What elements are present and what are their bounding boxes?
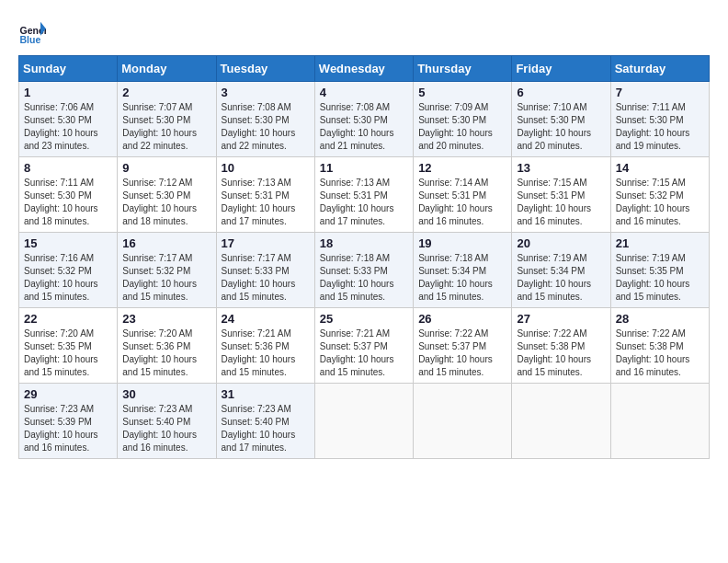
calendar-cell: 9Sunrise: 7:12 AM Sunset: 5:30 PM Daylig… — [118, 157, 216, 233]
calendar-cell: 4Sunrise: 7:08 AM Sunset: 5:30 PM Daylig… — [314, 82, 413, 157]
day-detail: Sunrise: 7:06 AM Sunset: 5:30 PM Dayligh… — [24, 101, 112, 153]
day-number: 10 — [222, 161, 310, 175]
day-number: 3 — [222, 86, 310, 99]
day-number: 29 — [24, 387, 112, 401]
calendar-cell: 15Sunrise: 7:16 AM Sunset: 5:32 PM Dayli… — [19, 233, 118, 308]
calendar-cell: 21Sunrise: 7:19 AM Sunset: 5:35 PM Dayli… — [610, 233, 709, 308]
day-number: 31 — [222, 387, 310, 401]
day-number: 4 — [320, 86, 408, 99]
day-number: 8 — [24, 161, 112, 175]
day-number: 13 — [517, 161, 605, 175]
day-detail: Sunrise: 7:18 AM Sunset: 5:34 PM Dayligh… — [418, 252, 506, 304]
calendar-cell: 23Sunrise: 7:20 AM Sunset: 5:36 PM Dayli… — [118, 308, 216, 384]
day-number: 26 — [418, 312, 506, 326]
day-detail: Sunrise: 7:08 AM Sunset: 5:30 PM Dayligh… — [222, 101, 310, 153]
week-row-4: 22Sunrise: 7:20 AM Sunset: 5:35 PM Dayli… — [19, 308, 710, 384]
calendar-cell: 5Sunrise: 7:09 AM Sunset: 5:30 PM Daylig… — [414, 82, 512, 157]
day-detail: Sunrise: 7:19 AM Sunset: 5:35 PM Dayligh… — [616, 252, 704, 304]
header-monday: Monday — [118, 56, 216, 82]
day-number: 6 — [517, 86, 605, 99]
day-number: 27 — [517, 312, 605, 326]
week-row-5: 29Sunrise: 7:23 AM Sunset: 5:39 PM Dayli… — [19, 384, 710, 459]
day-detail: Sunrise: 7:23 AM Sunset: 5:40 PM Dayligh… — [222, 403, 310, 454]
calendar-cell: 29Sunrise: 7:23 AM Sunset: 5:39 PM Dayli… — [19, 384, 118, 459]
day-detail: Sunrise: 7:20 AM Sunset: 5:36 PM Dayligh… — [122, 327, 210, 379]
day-detail: Sunrise: 7:23 AM Sunset: 5:40 PM Dayligh… — [122, 403, 210, 454]
day-number: 12 — [418, 161, 506, 175]
day-number: 14 — [616, 161, 704, 175]
calendar-cell: 13Sunrise: 7:15 AM Sunset: 5:31 PM Dayli… — [512, 157, 610, 233]
day-detail: Sunrise: 7:11 AM Sunset: 5:30 PM Dayligh… — [616, 101, 704, 153]
day-number: 25 — [320, 312, 408, 326]
calendar-cell — [610, 384, 709, 459]
day-detail: Sunrise: 7:07 AM Sunset: 5:30 PM Dayligh… — [122, 101, 210, 153]
day-detail: Sunrise: 7:22 AM Sunset: 5:38 PM Dayligh… — [616, 327, 704, 379]
day-number: 20 — [517, 236, 605, 250]
calendar-cell: 27Sunrise: 7:22 AM Sunset: 5:38 PM Dayli… — [512, 308, 610, 384]
day-detail: Sunrise: 7:11 AM Sunset: 5:30 PM Dayligh… — [24, 177, 112, 228]
day-number: 5 — [418, 86, 506, 99]
svg-text:Blue: Blue — [20, 34, 41, 45]
calendar-cell: 10Sunrise: 7:13 AM Sunset: 5:31 PM Dayli… — [216, 157, 314, 233]
calendar-cell: 22Sunrise: 7:20 AM Sunset: 5:35 PM Dayli… — [19, 308, 118, 384]
logo: General Blue — [18, 18, 50, 46]
calendar-cell: 3Sunrise: 7:08 AM Sunset: 5:30 PM Daylig… — [216, 82, 314, 157]
page-header: General Blue — [18, 18, 710, 46]
day-number: 11 — [320, 161, 408, 175]
week-row-1: 1Sunrise: 7:06 AM Sunset: 5:30 PM Daylig… — [19, 82, 710, 157]
day-number: 16 — [122, 236, 210, 250]
calendar-cell — [314, 384, 413, 459]
day-detail: Sunrise: 7:17 AM Sunset: 5:32 PM Dayligh… — [122, 252, 210, 304]
header-sunday: Sunday — [19, 56, 118, 82]
day-detail: Sunrise: 7:22 AM Sunset: 5:37 PM Dayligh… — [418, 327, 506, 379]
day-detail: Sunrise: 7:16 AM Sunset: 5:32 PM Dayligh… — [24, 252, 112, 304]
days-of-week-row: SundayMondayTuesdayWednesdayThursdayFrid… — [19, 56, 710, 82]
day-number: 18 — [320, 236, 408, 250]
calendar-cell: 7Sunrise: 7:11 AM Sunset: 5:30 PM Daylig… — [610, 82, 709, 157]
calendar-header: SundayMondayTuesdayWednesdayThursdayFrid… — [19, 56, 710, 82]
calendar-cell: 18Sunrise: 7:18 AM Sunset: 5:33 PM Dayli… — [314, 233, 413, 308]
header-saturday: Saturday — [610, 56, 709, 82]
day-detail: Sunrise: 7:17 AM Sunset: 5:33 PM Dayligh… — [222, 252, 310, 304]
calendar-cell: 25Sunrise: 7:21 AM Sunset: 5:37 PM Dayli… — [314, 308, 413, 384]
calendar-cell: 16Sunrise: 7:17 AM Sunset: 5:32 PM Dayli… — [118, 233, 216, 308]
calendar-cell: 17Sunrise: 7:17 AM Sunset: 5:33 PM Dayli… — [216, 233, 314, 308]
calendar-cell: 26Sunrise: 7:22 AM Sunset: 5:37 PM Dayli… — [414, 308, 512, 384]
week-row-3: 15Sunrise: 7:16 AM Sunset: 5:32 PM Dayli… — [19, 233, 710, 308]
calendar-cell — [414, 384, 512, 459]
day-detail: Sunrise: 7:21 AM Sunset: 5:36 PM Dayligh… — [222, 327, 310, 379]
calendar-cell: 28Sunrise: 7:22 AM Sunset: 5:38 PM Dayli… — [610, 308, 709, 384]
day-detail: Sunrise: 7:12 AM Sunset: 5:30 PM Dayligh… — [122, 177, 210, 228]
day-detail: Sunrise: 7:15 AM Sunset: 5:31 PM Dayligh… — [517, 177, 605, 228]
calendar-cell: 1Sunrise: 7:06 AM Sunset: 5:30 PM Daylig… — [19, 82, 118, 157]
calendar-table: SundayMondayTuesdayWednesdayThursdayFrid… — [18, 55, 710, 459]
day-number: 24 — [222, 312, 310, 326]
day-number: 7 — [616, 86, 704, 99]
day-detail: Sunrise: 7:19 AM Sunset: 5:34 PM Dayligh… — [517, 252, 605, 304]
day-number: 21 — [616, 236, 704, 250]
calendar-cell: 2Sunrise: 7:07 AM Sunset: 5:30 PM Daylig… — [118, 82, 216, 157]
week-row-2: 8Sunrise: 7:11 AM Sunset: 5:30 PM Daylig… — [19, 157, 710, 233]
calendar-body: 1Sunrise: 7:06 AM Sunset: 5:30 PM Daylig… — [19, 82, 710, 459]
calendar-cell: 6Sunrise: 7:10 AM Sunset: 5:30 PM Daylig… — [512, 82, 610, 157]
calendar-cell: 19Sunrise: 7:18 AM Sunset: 5:34 PM Dayli… — [414, 233, 512, 308]
calendar-cell: 30Sunrise: 7:23 AM Sunset: 5:40 PM Dayli… — [118, 384, 216, 459]
header-wednesday: Wednesday — [314, 56, 413, 82]
logo-icon: General Blue — [18, 18, 46, 46]
day-number: 15 — [24, 236, 112, 250]
day-number: 30 — [122, 387, 210, 401]
day-number: 17 — [222, 236, 310, 250]
day-detail: Sunrise: 7:09 AM Sunset: 5:30 PM Dayligh… — [418, 101, 506, 153]
day-detail: Sunrise: 7:21 AM Sunset: 5:37 PM Dayligh… — [320, 327, 408, 379]
day-number: 23 — [122, 312, 210, 326]
day-detail: Sunrise: 7:13 AM Sunset: 5:31 PM Dayligh… — [320, 177, 408, 228]
day-detail: Sunrise: 7:13 AM Sunset: 5:31 PM Dayligh… — [222, 177, 310, 228]
day-detail: Sunrise: 7:18 AM Sunset: 5:33 PM Dayligh… — [320, 252, 408, 304]
day-detail: Sunrise: 7:20 AM Sunset: 5:35 PM Dayligh… — [24, 327, 112, 379]
day-detail: Sunrise: 7:15 AM Sunset: 5:32 PM Dayligh… — [616, 177, 704, 228]
day-detail: Sunrise: 7:14 AM Sunset: 5:31 PM Dayligh… — [418, 177, 506, 228]
day-number: 28 — [616, 312, 704, 326]
calendar-cell: 14Sunrise: 7:15 AM Sunset: 5:32 PM Dayli… — [610, 157, 709, 233]
day-detail: Sunrise: 7:08 AM Sunset: 5:30 PM Dayligh… — [320, 101, 408, 153]
calendar-cell: 31Sunrise: 7:23 AM Sunset: 5:40 PM Dayli… — [216, 384, 314, 459]
